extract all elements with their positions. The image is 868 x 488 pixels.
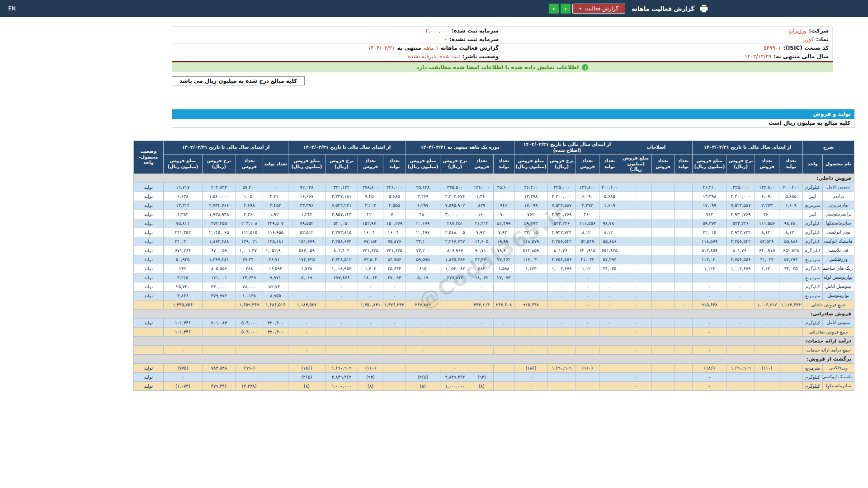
column-header: تعداد تولید: [674, 155, 692, 174]
value-cell: (۷۷۵): [163, 363, 202, 372]
value-cell: ۰: [358, 291, 383, 300]
print-report-icon[interactable]: [699, 4, 709, 14]
value-cell: ۳,۴۵۳: [263, 201, 288, 210]
value-cell: [470, 327, 493, 336]
section-row: درآمد ارائه خدمات:: [133, 336, 854, 345]
value-cell: ۸۲,۷۳۰: [263, 282, 288, 291]
value-cell: [263, 345, 288, 354]
language-toggle[interactable]: EN: [8, 5, 16, 12]
value-cell: ۲۸۸: [236, 264, 263, 273]
value-cell: ۱۷۱,۰۰۱: [202, 273, 236, 282]
value-cell: (۱۸۶): [288, 363, 325, 372]
value-cell: ۷,۵۴۲,۲۳۱: [325, 201, 358, 210]
value-cell: ۰: [726, 282, 755, 291]
value-cell: ۲۴۶,۰۰۰: [383, 183, 406, 192]
value-cell: ۰: [692, 282, 726, 291]
report-period-field: گزارش فعالیت ماهانه ۱ ماهه منتهی به ۱۴۰۴…: [172, 45, 502, 51]
value-cell: ۵۷,۲۹۴: [599, 255, 620, 264]
value-cell: ۰: [547, 282, 576, 291]
report-period-date: ۱۴۰۴/۰۳/۳۱: [368, 45, 395, 51]
value-cell: ۱۲۵,۱۸۱: [263, 237, 288, 246]
value-cell: [674, 381, 692, 390]
value-cell: ۰: [514, 282, 547, 291]
value-cell: ۶۷۰,۰۵۹: [202, 246, 236, 255]
value-cell: [599, 372, 620, 381]
value-cell: [325, 345, 358, 354]
value-cell: [325, 327, 358, 336]
table-row: جمع فروش صادراتی۰۰۰۰۰۳۲۰,۴۰۰۵۰۴,۰۰۰۱۰۱,۳…: [133, 327, 854, 336]
report-type-button[interactable]: گزارش فعالیت ▾: [572, 4, 625, 14]
section-row-label: برگشت از فروش:: [133, 354, 854, 363]
status-cell: تولید: [133, 318, 163, 327]
value-cell: ۰: [620, 246, 651, 255]
registered-capital-value: ۲,۰۰۰,۰۰۰: [425, 28, 449, 34]
fiscal-year-label: سال مالی منتهی به:: [774, 53, 829, 60]
company-info-box: شرکت: ورزیران سرمایه ثبت شده: ۲,۰۰۰,۰۰۰ …: [172, 26, 833, 61]
column-header: نام محصول: [823, 155, 854, 174]
company-link[interactable]: ورزیران: [789, 28, 807, 34]
value-cell: ۲,۳۴۸,۵۱۲: [325, 255, 358, 264]
signed-data-notice: i اطلاعات نمایش داده شده با اطلاعات امضا…: [172, 62, 833, 72]
nav-previous-button[interactable]: ‹: [561, 4, 571, 14]
value-cell: ۵۸۷,۰۵۹: [288, 246, 325, 255]
symbol-link[interactable]: کوزر: [803, 36, 814, 42]
value-cell: [263, 363, 288, 372]
value-cell: ۲,۷۵۴,۵۵۶: [547, 255, 576, 264]
value-cell: ۱۵۲,۹۷۰: [358, 219, 383, 228]
value-cell: ۲۴۱,۳۵۲: [163, 228, 202, 237]
column-header: تعداد فروش: [755, 155, 779, 174]
value-cell: ۰: [493, 318, 514, 327]
value-cell: ۰: [620, 291, 651, 300]
unit-cell: کیلوگرم: [802, 372, 822, 381]
value-cell: ۰: [440, 363, 470, 372]
value-cell: ۲,۲۶۶,۳۴۷: [440, 237, 470, 246]
value-cell: ۱۳,۳۹۸: [692, 192, 726, 201]
value-cell: (۱۱۰): [755, 363, 779, 372]
status-cell: تولید: [133, 237, 163, 246]
value-cell: ۰: [620, 372, 651, 381]
sum-row-label: جمع فروش صادراتی: [802, 327, 854, 336]
status-cell: تولید: [133, 381, 163, 390]
product-name-cell: پرایمربیتوسیل: [823, 210, 854, 219]
nav-next-button[interactable]: ›: [549, 4, 559, 14]
value-cell: ۳۲,۴۷۰: [470, 255, 493, 264]
table-row: جمع درآمد ارائه خدمات۰۰۰۰۰۰: [133, 345, 854, 354]
value-cell: ۱,۰۰۲,۶۷۹: [547, 264, 576, 273]
value-cell: ۲۰۱,۰۸۳: [202, 318, 236, 327]
value-cell: ۱۷۲,۶۲۵: [288, 255, 325, 264]
report-period-length: ۱ ماهه: [424, 45, 439, 51]
value-cell: ۵۱۳,۸۵۹: [514, 246, 547, 255]
value-cell: ۰: [620, 201, 651, 210]
column-header: تعداد فروش: [236, 155, 263, 174]
value-cell: [576, 372, 599, 381]
value-cell: ۱۲۹,۰۲۱: [236, 237, 263, 246]
publisher-status-field: وضعیت ناشر: ثبت شده پذیرفته نشده: [172, 53, 502, 60]
value-cell: [599, 363, 620, 372]
product-name-cell: ماستیک اپوکسی: [823, 372, 854, 381]
value-cell: [674, 372, 692, 381]
value-cell: ۰: [779, 318, 802, 327]
column-group-g1403: از ابتدای سال مالی تا تاریخ ۱۴۰۳/۰۳/۳۱: [163, 141, 288, 155]
section-title-band: تولید و فروش: [172, 109, 854, 119]
status-cell: تولید: [133, 210, 163, 219]
value-cell: ۵۱,۴۹۹: [493, 219, 514, 228]
value-cell: ۱,۳۷۶,۲۴۲: [383, 300, 406, 309]
value-cell: ۲۵,۷۴۰: [163, 282, 202, 291]
value-cell: ۱,۰۰۰,۰۰۰: [325, 381, 358, 390]
value-cell: ۵,۶۸۵: [599, 192, 620, 201]
value-cell: ۹۲,۰۳۸: [288, 183, 325, 192]
value-cell: ۱۰,۱۳۸: [236, 291, 263, 300]
value-cell: ۲۰۳,۱۰۸: [236, 219, 263, 228]
value-cell: ۲,۲۷۳: [755, 201, 779, 210]
value-cell: ۵۵,۸۸۶: [599, 237, 620, 246]
value-cell: ۲۴۰,۳۰۰: [163, 237, 202, 246]
value-cell: ۱۱۳,۰۳۰: [692, 255, 726, 264]
value-cell: [406, 363, 440, 372]
value-cell: ۴,۲۱۵: [163, 273, 202, 282]
value-cell: ۰: [576, 291, 599, 300]
value-cell: ۰: [620, 228, 651, 237]
unit-cell: کیلوگرم: [802, 318, 822, 327]
value-cell: ۱,۰۰۱,۳۷۰: [236, 246, 263, 255]
column-group-g02: از ابتدای سال مالی تا تاریخ ۱۴۰۴/۰۲/۳۱: [692, 141, 802, 155]
value-cell: ۰: [599, 210, 620, 219]
